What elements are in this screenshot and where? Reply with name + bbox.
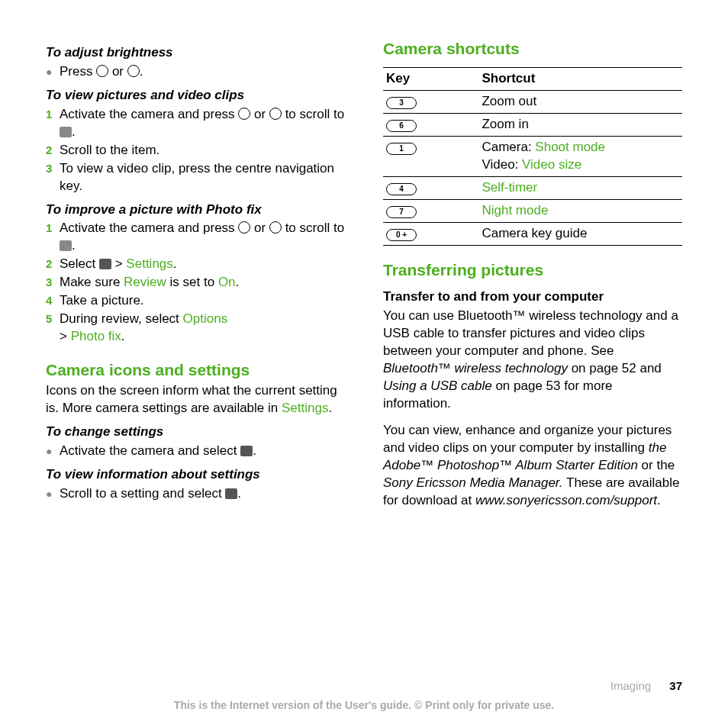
- shortcut-cell: Camera key guide: [478, 222, 682, 245]
- page-number-area: Imaging 37: [610, 678, 682, 694]
- step-text: Scroll to a setting and select .: [60, 485, 345, 503]
- shortcut-cell: Zoom out: [478, 91, 682, 114]
- shortcut-cell: Night mode: [478, 199, 682, 222]
- step-text: Scroll to the item.: [60, 142, 345, 159]
- options-icon: [240, 446, 253, 456]
- table-row: 6 Zoom in: [383, 114, 682, 137]
- numbered-step: 4 Take a picture.: [46, 292, 345, 310]
- key-pill: 7: [386, 206, 417, 218]
- step-text: During review, select Options> Photo fix…: [60, 311, 345, 346]
- numbered-step: 5 During review, select Options> Photo f…: [46, 311, 345, 346]
- step-text: To view a video clip, press the centre n…: [60, 160, 345, 195]
- numbered-step: 2 Select > Settings.: [46, 256, 345, 273]
- key-pill: 6: [386, 120, 417, 132]
- content-columns: To adjust brightness ● Press or . To vie…: [46, 38, 682, 518]
- video-size-link[interactable]: Video size: [522, 157, 581, 172]
- step-number: 3: [46, 274, 60, 292]
- step-number: 3: [46, 160, 60, 195]
- nav-key-icon: [269, 221, 282, 234]
- support-url: www.sonyericsson.com/support: [475, 493, 657, 507]
- shortcuts-table: Key Shortcut 3 Zoom out 6 Zoom in 1 Came…: [383, 67, 682, 246]
- subheading-change: To change settings: [46, 424, 345, 441]
- step-number: 5: [46, 311, 60, 346]
- bluetooth-ref: Bluetooth™ wireless technology: [383, 361, 568, 375]
- settings-link[interactable]: Settings: [126, 256, 172, 271]
- step-text: Activate the camera and press or to scro…: [60, 106, 345, 141]
- subheading-photofix: To improve a picture with Photo fix: [46, 201, 345, 219]
- transfer-subheading: Transfer to and from your computer: [383, 288, 682, 306]
- on-link[interactable]: On: [218, 275, 236, 289]
- bullet-icon: ●: [46, 443, 60, 460]
- numbered-step: 3 Make sure Review is set to On.: [46, 274, 345, 292]
- step-number: 2: [46, 142, 60, 159]
- step-number: 4: [46, 292, 60, 310]
- shortcut-cell: Self-timer: [478, 177, 682, 200]
- th-shortcut: Shortcut: [478, 68, 682, 91]
- numbered-step: 3 To view a video clip, press the centre…: [46, 160, 345, 195]
- numbered-step: 1 Activate the camera and press or to sc…: [46, 220, 345, 255]
- step-text: Activate the camera and select .: [60, 443, 345, 460]
- gallery-icon: [60, 127, 72, 137]
- media-manager-ref: Sony Ericsson Media Manager.: [383, 475, 563, 490]
- step-text: Take a picture.: [60, 292, 345, 310]
- options-link[interactable]: Options: [183, 311, 228, 326]
- nav-key-icon: [269, 108, 282, 120]
- left-column: To adjust brightness ● Press or . To vie…: [46, 38, 345, 518]
- subheading-view: To view pictures and video clips: [46, 87, 345, 105]
- table-row: 3 Zoom out: [383, 91, 682, 114]
- self-timer-link[interactable]: Self-timer: [482, 180, 537, 195]
- subheading-info: To view information about settings: [46, 466, 345, 484]
- section-icons-settings: Camera icons and settings: [46, 359, 345, 381]
- step-number: 1: [46, 220, 60, 255]
- transfer-paragraph-1: You can use Bluetooth™ wireless technolo…: [383, 308, 682, 413]
- step-number: 1: [46, 106, 60, 141]
- shortcut-cell: Zoom in: [478, 114, 682, 137]
- key-pill: 0 +: [386, 229, 417, 241]
- nav-key-icon: [96, 65, 108, 77]
- section-intro: Icons on the screen inform what the curr…: [46, 382, 345, 417]
- nav-key-icon: [127, 65, 140, 77]
- numbered-step: 2 Scroll to the item.: [46, 142, 345, 159]
- shortcut-cell: Camera: Shoot modeVideo: Video size: [478, 137, 682, 177]
- bullet-icon: ●: [46, 63, 60, 81]
- usb-ref: Using a USB cable: [383, 378, 492, 393]
- night-mode-link[interactable]: Night mode: [482, 203, 548, 217]
- key-pill: 3: [386, 97, 417, 109]
- bullet-icon: ●: [46, 485, 60, 503]
- step-text: Activate the camera and press or to scro…: [60, 220, 345, 255]
- shoot-mode-link[interactable]: Shoot mode: [535, 140, 605, 154]
- settings-link[interactable]: Settings: [282, 401, 328, 415]
- page-number: 37: [669, 679, 682, 692]
- step-text: Press or .: [60, 63, 345, 81]
- transfer-paragraph-2: You can view, enhance and organize your …: [383, 422, 682, 510]
- key-pill: 4: [386, 183, 417, 195]
- step-text: Make sure Review is set to On.: [60, 274, 345, 292]
- photofix-link[interactable]: Photo fix: [71, 329, 121, 343]
- subheading-brightness: To adjust brightness: [46, 44, 345, 62]
- table-row: 7 Night mode: [383, 199, 682, 222]
- numbered-step: 1 Activate the camera and press or to sc…: [46, 106, 345, 141]
- bullet-row: ● Activate the camera and select .: [46, 443, 345, 460]
- step-text: Select > Settings.: [60, 256, 345, 273]
- step-number: 2: [46, 256, 60, 273]
- footer-notice: This is the Internet version of the User…: [46, 698, 682, 713]
- info-icon: [225, 488, 237, 499]
- bullet-row: ● Press or .: [46, 63, 345, 81]
- table-row: 4 Self-timer: [383, 177, 682, 200]
- nav-key-icon: [238, 108, 250, 120]
- section-transfer: Transferring pictures: [383, 259, 682, 281]
- table-row: 0 + Camera key guide: [383, 222, 682, 245]
- right-column: Camera shortcuts Key Shortcut 3 Zoom out…: [383, 38, 682, 518]
- camera-mode-icon: [60, 240, 72, 251]
- review-link[interactable]: Review: [124, 275, 166, 289]
- bullet-row: ● Scroll to a setting and select .: [46, 485, 345, 503]
- table-row: 1 Camera: Shoot modeVideo: Video size: [383, 137, 682, 177]
- options-icon: [99, 259, 111, 269]
- nav-key-icon: [238, 221, 250, 234]
- th-key: Key: [383, 68, 478, 91]
- section-name: Imaging: [610, 679, 651, 692]
- key-pill: 1: [386, 143, 417, 155]
- section-shortcuts: Camera shortcuts: [383, 38, 682, 60]
